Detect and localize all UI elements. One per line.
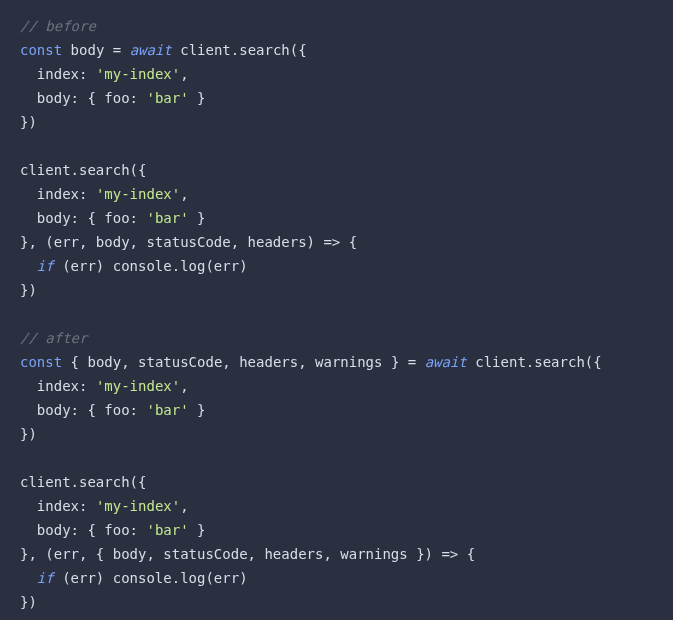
code-line: // before bbox=[20, 18, 96, 34]
comment: // before bbox=[20, 18, 96, 34]
code-line: }, (err, body, statusCode, headers) => { bbox=[20, 234, 357, 250]
keyword-await: await bbox=[425, 354, 467, 370]
keyword-const: const bbox=[20, 42, 62, 58]
string-literal: 'my-index' bbox=[96, 498, 180, 514]
code-line: if (err) console.log(err) bbox=[20, 258, 248, 274]
code-line: body: { foo: 'bar' } bbox=[20, 522, 205, 538]
method-call: client.search({ bbox=[20, 162, 146, 178]
code-line: }) bbox=[20, 114, 37, 130]
code-line: // after bbox=[20, 330, 87, 346]
keyword-if: if bbox=[37, 570, 54, 586]
string-literal: 'bar' bbox=[146, 522, 188, 538]
string-literal: 'my-index' bbox=[96, 378, 180, 394]
method-call: client.search({ bbox=[475, 354, 601, 370]
comment: // after bbox=[20, 330, 87, 346]
string-literal: 'my-index' bbox=[96, 186, 180, 202]
method-call: client.search({ bbox=[20, 474, 146, 490]
code-line: }, (err, { body, statusCode, headers, wa… bbox=[20, 546, 475, 562]
string-literal: 'bar' bbox=[146, 402, 188, 418]
destructuring: { body, statusCode, headers, warnings } bbox=[71, 354, 400, 370]
code-line: index: 'my-index', bbox=[20, 378, 189, 394]
keyword-const: const bbox=[20, 354, 62, 370]
code-line: index: 'my-index', bbox=[20, 498, 189, 514]
code-line: const body = await client.search({ bbox=[20, 42, 307, 58]
code-line: client.search({ bbox=[20, 162, 146, 178]
identifier: body bbox=[71, 42, 105, 58]
code-line: body: { foo: 'bar' } bbox=[20, 90, 205, 106]
code-line: body: { foo: 'bar' } bbox=[20, 210, 205, 226]
code-line: const { body, statusCode, headers, warni… bbox=[20, 354, 602, 370]
code-line: }) bbox=[20, 594, 37, 610]
code-line: if (err) console.log(err) bbox=[20, 570, 248, 586]
code-line: index: 'my-index', bbox=[20, 186, 189, 202]
keyword-await: await bbox=[130, 42, 172, 58]
code-line: body: { foo: 'bar' } bbox=[20, 402, 205, 418]
string-literal: 'my-index' bbox=[96, 66, 180, 82]
code-block: // before const body = await client.sear… bbox=[20, 14, 653, 614]
code-line: client.search({ bbox=[20, 474, 146, 490]
keyword-if: if bbox=[37, 258, 54, 274]
method-call: client.search({ bbox=[180, 42, 306, 58]
code-line: index: 'my-index', bbox=[20, 66, 189, 82]
code-line: }) bbox=[20, 282, 37, 298]
code-line: }) bbox=[20, 426, 37, 442]
string-literal: 'bar' bbox=[146, 90, 188, 106]
string-literal: 'bar' bbox=[146, 210, 188, 226]
